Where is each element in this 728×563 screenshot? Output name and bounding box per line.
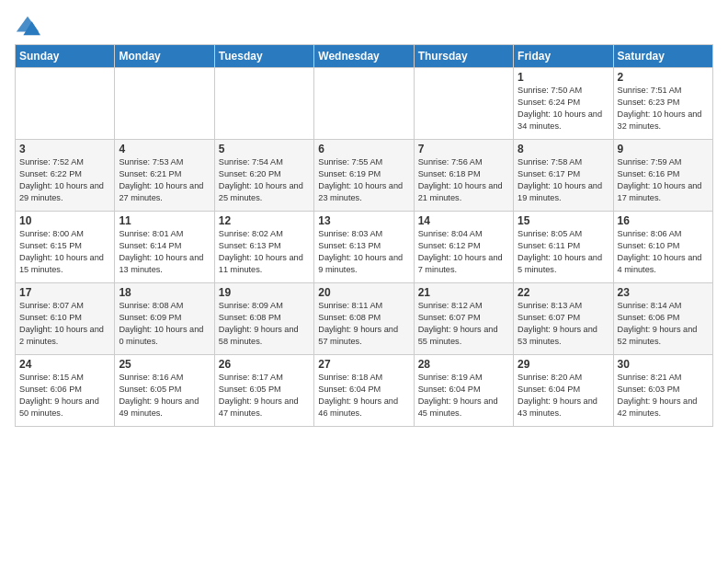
day-cell: 2Sunrise: 7:51 AM Sunset: 6:23 PM Daylig… bbox=[613, 68, 712, 140]
day-cell: 25Sunrise: 8:16 AM Sunset: 6:05 PM Dayli… bbox=[115, 355, 214, 427]
day-number: 30 bbox=[618, 358, 709, 371]
day-cell: 1Sunrise: 7:50 AM Sunset: 6:24 PM Daylig… bbox=[514, 68, 613, 140]
day-cell bbox=[214, 68, 313, 140]
day-cell: 8Sunrise: 7:58 AM Sunset: 6:17 PM Daylig… bbox=[514, 140, 613, 212]
day-cell bbox=[16, 68, 115, 140]
day-number: 29 bbox=[518, 358, 609, 371]
day-info: Sunrise: 8:21 AM Sunset: 6:03 PM Dayligh… bbox=[618, 372, 709, 419]
day-info: Sunrise: 7:50 AM Sunset: 6:24 PM Dayligh… bbox=[518, 85, 609, 132]
col-header-sunday: Sunday bbox=[16, 45, 115, 68]
day-number: 25 bbox=[119, 358, 210, 371]
day-cell: 10Sunrise: 8:00 AM Sunset: 6:15 PM Dayli… bbox=[16, 212, 115, 283]
col-header-friday: Friday bbox=[514, 45, 613, 68]
day-info: Sunrise: 7:53 AM Sunset: 6:21 PM Dayligh… bbox=[119, 156, 210, 204]
week-row-3: 10Sunrise: 8:00 AM Sunset: 6:15 PM Dayli… bbox=[16, 212, 713, 283]
day-number: 16 bbox=[618, 214, 709, 227]
day-info: Sunrise: 7:52 AM Sunset: 6:22 PM Dayligh… bbox=[19, 156, 110, 204]
day-cell: 14Sunrise: 8:04 AM Sunset: 6:12 PM Dayli… bbox=[414, 212, 513, 283]
header-row: SundayMondayTuesdayWednesdayThursdayFrid… bbox=[16, 45, 713, 68]
day-number: 2 bbox=[618, 71, 709, 84]
day-cell: 17Sunrise: 8:07 AM Sunset: 6:10 PM Dayli… bbox=[16, 283, 115, 355]
day-cell: 27Sunrise: 8:18 AM Sunset: 6:04 PM Dayli… bbox=[314, 355, 414, 427]
day-cell: 5Sunrise: 7:54 AM Sunset: 6:20 PM Daylig… bbox=[214, 140, 313, 212]
day-cell: 13Sunrise: 8:03 AM Sunset: 6:13 PM Dayli… bbox=[314, 212, 414, 283]
day-number: 21 bbox=[418, 286, 509, 299]
day-info: Sunrise: 8:15 AM Sunset: 6:06 PM Dayligh… bbox=[19, 372, 110, 419]
day-cell: 18Sunrise: 8:08 AM Sunset: 6:09 PM Dayli… bbox=[115, 283, 214, 355]
day-info: Sunrise: 8:13 AM Sunset: 6:07 PM Dayligh… bbox=[518, 300, 609, 348]
day-cell: 15Sunrise: 8:05 AM Sunset: 6:11 PM Dayli… bbox=[514, 212, 613, 283]
day-number: 19 bbox=[219, 286, 310, 299]
week-row-5: 24Sunrise: 8:15 AM Sunset: 6:06 PM Dayli… bbox=[16, 355, 713, 427]
day-number: 1 bbox=[518, 71, 609, 84]
day-number: 27 bbox=[318, 358, 409, 371]
day-cell: 7Sunrise: 7:56 AM Sunset: 6:18 PM Daylig… bbox=[414, 140, 513, 212]
day-cell bbox=[414, 68, 513, 140]
day-info: Sunrise: 8:00 AM Sunset: 6:15 PM Dayligh… bbox=[19, 228, 110, 276]
day-info: Sunrise: 8:18 AM Sunset: 6:04 PM Dayligh… bbox=[318, 372, 409, 419]
day-cell: 21Sunrise: 8:12 AM Sunset: 6:07 PM Dayli… bbox=[414, 283, 513, 355]
day-info: Sunrise: 8:14 AM Sunset: 6:06 PM Dayligh… bbox=[618, 300, 709, 348]
day-cell: 30Sunrise: 8:21 AM Sunset: 6:03 PM Dayli… bbox=[613, 355, 712, 427]
day-number: 22 bbox=[518, 286, 609, 299]
day-number: 8 bbox=[518, 143, 609, 155]
day-number: 24 bbox=[19, 358, 110, 371]
day-info: Sunrise: 8:17 AM Sunset: 6:05 PM Dayligh… bbox=[219, 372, 310, 419]
day-number: 17 bbox=[19, 286, 110, 299]
day-info: Sunrise: 8:19 AM Sunset: 6:04 PM Dayligh… bbox=[418, 372, 509, 419]
day-info: Sunrise: 7:56 AM Sunset: 6:18 PM Dayligh… bbox=[418, 156, 509, 204]
day-info: Sunrise: 7:55 AM Sunset: 6:19 PM Dayligh… bbox=[318, 156, 409, 204]
day-cell: 3Sunrise: 7:52 AM Sunset: 6:22 PM Daylig… bbox=[16, 140, 115, 212]
week-row-1: 1Sunrise: 7:50 AM Sunset: 6:24 PM Daylig… bbox=[16, 68, 713, 140]
day-number: 14 bbox=[418, 214, 509, 227]
day-number: 23 bbox=[618, 286, 709, 299]
day-cell: 12Sunrise: 8:02 AM Sunset: 6:13 PM Dayli… bbox=[214, 212, 313, 283]
day-cell: 4Sunrise: 7:53 AM Sunset: 6:21 PM Daylig… bbox=[115, 140, 214, 212]
day-number: 3 bbox=[19, 143, 110, 155]
day-info: Sunrise: 7:54 AM Sunset: 6:20 PM Dayligh… bbox=[219, 156, 310, 204]
day-info: Sunrise: 8:11 AM Sunset: 6:08 PM Dayligh… bbox=[318, 300, 409, 348]
day-cell bbox=[115, 68, 214, 140]
day-info: Sunrise: 8:03 AM Sunset: 6:13 PM Dayligh… bbox=[318, 228, 409, 276]
day-info: Sunrise: 8:06 AM Sunset: 6:10 PM Dayligh… bbox=[618, 228, 709, 276]
day-number: 13 bbox=[318, 214, 409, 227]
col-header-tuesday: Tuesday bbox=[214, 45, 313, 68]
day-cell: 26Sunrise: 8:17 AM Sunset: 6:05 PM Dayli… bbox=[214, 355, 313, 427]
day-number: 28 bbox=[418, 358, 509, 371]
day-info: Sunrise: 7:51 AM Sunset: 6:23 PM Dayligh… bbox=[618, 85, 709, 132]
day-cell: 22Sunrise: 8:13 AM Sunset: 6:07 PM Dayli… bbox=[514, 283, 613, 355]
day-info: Sunrise: 8:20 AM Sunset: 6:04 PM Dayligh… bbox=[518, 372, 609, 419]
day-info: Sunrise: 8:04 AM Sunset: 6:12 PM Dayligh… bbox=[418, 228, 509, 276]
day-number: 11 bbox=[119, 214, 210, 227]
calendar-table: SundayMondayTuesdayWednesdayThursdayFrid… bbox=[15, 44, 713, 427]
day-number: 6 bbox=[318, 143, 409, 155]
logo bbox=[15, 13, 44, 39]
day-info: Sunrise: 8:02 AM Sunset: 6:13 PM Dayligh… bbox=[219, 228, 310, 276]
day-info: Sunrise: 7:59 AM Sunset: 6:16 PM Dayligh… bbox=[618, 156, 709, 204]
day-info: Sunrise: 8:09 AM Sunset: 6:08 PM Dayligh… bbox=[219, 300, 310, 348]
col-header-monday: Monday bbox=[115, 45, 214, 68]
week-row-2: 3Sunrise: 7:52 AM Sunset: 6:22 PM Daylig… bbox=[16, 140, 713, 212]
day-number: 5 bbox=[219, 143, 310, 155]
col-header-thursday: Thursday bbox=[414, 45, 513, 68]
day-cell: 29Sunrise: 8:20 AM Sunset: 6:04 PM Dayli… bbox=[514, 355, 613, 427]
day-number: 10 bbox=[19, 214, 110, 227]
day-number: 9 bbox=[618, 143, 709, 155]
day-cell: 16Sunrise: 8:06 AM Sunset: 6:10 PM Dayli… bbox=[613, 212, 712, 283]
day-number: 26 bbox=[219, 358, 310, 371]
calendar-page: SundayMondayTuesdayWednesdayThursdayFrid… bbox=[0, 0, 728, 436]
day-number: 12 bbox=[219, 214, 310, 227]
day-cell bbox=[314, 68, 414, 140]
logo-icon bbox=[15, 13, 40, 39]
day-number: 18 bbox=[119, 286, 210, 299]
col-header-saturday: Saturday bbox=[613, 45, 712, 68]
day-cell: 20Sunrise: 8:11 AM Sunset: 6:08 PM Dayli… bbox=[314, 283, 414, 355]
day-cell: 28Sunrise: 8:19 AM Sunset: 6:04 PM Dayli… bbox=[414, 355, 513, 427]
day-number: 15 bbox=[518, 214, 609, 227]
day-cell: 9Sunrise: 7:59 AM Sunset: 6:16 PM Daylig… bbox=[613, 140, 712, 212]
col-header-wednesday: Wednesday bbox=[314, 45, 414, 68]
day-number: 7 bbox=[418, 143, 509, 155]
day-cell: 24Sunrise: 8:15 AM Sunset: 6:06 PM Dayli… bbox=[16, 355, 115, 427]
day-info: Sunrise: 8:01 AM Sunset: 6:14 PM Dayligh… bbox=[119, 228, 210, 276]
day-number: 20 bbox=[318, 286, 409, 299]
